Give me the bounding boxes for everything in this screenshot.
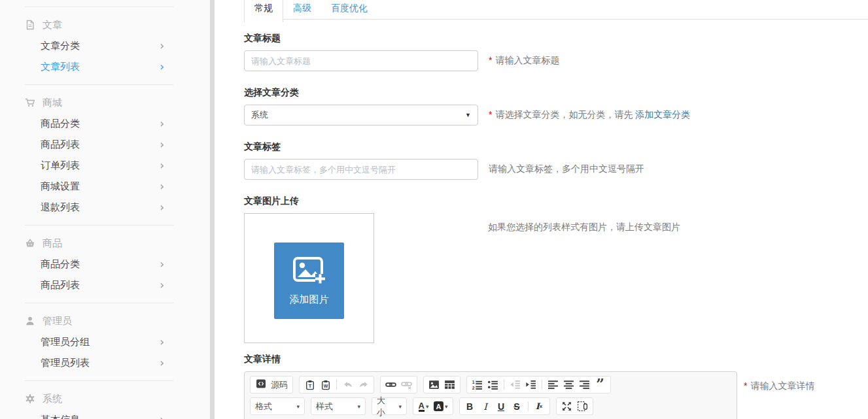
sidebar-group-header-article[interactable]: 文章 xyxy=(0,14,210,35)
sidebar-group-mall: 商城 商品分类 › 商品列表 › 订单列表 › 商城设置 › 退款列表 › xyxy=(0,92,210,218)
article-tags-input[interactable] xyxy=(244,159,478,180)
source-code-button[interactable] xyxy=(255,379,266,391)
chevron-right-icon: › xyxy=(160,337,164,348)
unlink-button[interactable] xyxy=(401,379,412,391)
align-center-button[interactable] xyxy=(563,379,574,391)
underline-button[interactable]: U xyxy=(496,401,507,412)
paste-as-text-button[interactable]: T xyxy=(304,379,315,391)
tab-baidu-seo[interactable]: 百度优化 xyxy=(321,0,377,20)
add-image-label: 添加图片 xyxy=(290,293,329,306)
outdent-button[interactable] xyxy=(510,379,521,391)
select-caret-icon: ▼ xyxy=(465,112,471,118)
sidebar-item-goods-list[interactable]: 商品列表 › xyxy=(0,275,210,295)
chevron-right-icon: › xyxy=(160,280,164,291)
cart-icon xyxy=(25,97,35,108)
insert-table-button[interactable] xyxy=(444,379,455,391)
dropdown-caret-icon: ▾ xyxy=(398,403,402,410)
add-image-button[interactable]: 添加图片 xyxy=(274,243,344,319)
remove-format-button[interactable]: Ix xyxy=(534,401,545,412)
field-label: 选择文章分类 xyxy=(244,87,868,99)
field-article-detail: 文章详情 源码 T W xyxy=(244,354,868,419)
show-blocks-button[interactable] xyxy=(577,401,588,412)
article-title-input[interactable] xyxy=(244,50,478,71)
sidebar-item-article-list[interactable]: 文章列表 › xyxy=(0,56,210,77)
paste-from-word-button[interactable]: W xyxy=(320,379,331,391)
sidebar-item-basic-info[interactable]: 基本信息 › xyxy=(0,409,210,419)
editor-toolbar-row-2: 格式 ▾ 样式 ▾ 大小 ▾ xyxy=(245,394,737,415)
dropdown-caret-icon: ▾ xyxy=(357,403,360,410)
chevron-right-icon: › xyxy=(160,358,164,369)
ordered-list-button[interactable]: 12 xyxy=(472,379,483,391)
sidebar-group-header-goods[interactable]: 商品 xyxy=(0,233,210,254)
sidebar-group-header-system[interactable]: 系统 xyxy=(0,388,210,409)
indent-button[interactable] xyxy=(525,379,536,391)
basket-icon xyxy=(25,238,35,248)
rich-text-editor: 源码 T W xyxy=(244,371,737,419)
field-label: 文章标题 xyxy=(244,33,868,44)
redo-button[interactable] xyxy=(358,379,369,391)
field-label: 文章标签 xyxy=(244,141,868,153)
sidebar-item-order-list[interactable]: 订单列表 › xyxy=(0,155,210,176)
sidebar-group-label: 系统 xyxy=(43,393,62,405)
sidebar-divider xyxy=(25,225,173,226)
sidebar-item-article-categories[interactable]: 文章分类 › xyxy=(0,35,210,56)
undo-button[interactable] xyxy=(342,379,353,391)
sidebar-group-label: 文章 xyxy=(43,19,62,31)
add-image-icon xyxy=(292,256,326,288)
chevron-right-icon: › xyxy=(160,181,164,192)
sidebar-item-admin-groups[interactable]: 管理员分组 › xyxy=(0,331,210,352)
blockquote-button[interactable]: ” xyxy=(595,379,606,391)
sidebar-group-header-mall[interactable]: 商城 xyxy=(0,92,210,113)
insert-image-button[interactable] xyxy=(428,379,440,391)
sidebar-group-label: 商品 xyxy=(43,237,62,250)
link-button[interactable] xyxy=(385,379,396,391)
field-hint: *请选择文章分类，如无分类，请先 添加文章分类 xyxy=(489,109,690,121)
bold-button[interactable]: B xyxy=(464,401,476,412)
sidebar-divider xyxy=(25,7,173,7)
sidebar-group-goods: 商品 商品分类 › 商品列表 › xyxy=(0,233,210,295)
sidebar-item-product-categories[interactable]: 商品分类 › xyxy=(0,113,210,134)
format-dropdown[interactable]: 格式 ▾ xyxy=(250,397,305,415)
chevron-right-icon: › xyxy=(160,61,164,73)
text-color-button[interactable]: A▾ xyxy=(418,401,429,412)
article-category-select[interactable]: 系统 ▼ xyxy=(244,105,478,126)
tab-general[interactable]: 常规 xyxy=(244,0,283,22)
align-right-button[interactable] xyxy=(579,379,590,391)
strikethrough-button[interactable]: S xyxy=(512,401,523,412)
app-window: 文章 文章分类 › 文章列表 › 商城 商品分类 › xyxy=(0,0,868,419)
styles-dropdown[interactable]: 样式 ▾ xyxy=(311,397,366,415)
background-color-button[interactable]: A▾ xyxy=(434,401,448,412)
chevron-right-icon: › xyxy=(160,202,164,213)
italic-button[interactable]: I xyxy=(480,401,491,412)
field-hint: *请输入文章标题 xyxy=(489,55,559,67)
text-color-icon: A xyxy=(419,401,425,412)
field-article-tags: 文章标签 请输入文章标签，多个用中文逗号隔开 xyxy=(244,141,868,180)
chevron-right-icon: › xyxy=(160,259,164,270)
font-size-dropdown[interactable]: 大小 ▾ xyxy=(372,397,407,415)
sidebar-scrollbar[interactable] xyxy=(210,0,215,419)
tab-advanced[interactable]: 高级 xyxy=(283,0,321,20)
source-code-label[interactable]: 源码 xyxy=(271,379,288,391)
sidebar-group-header-admin[interactable]: 管理员 xyxy=(0,310,210,331)
sidebar-item-admin-list[interactable]: 管理员列表 › xyxy=(0,352,210,373)
required-asterisk: * xyxy=(489,55,492,65)
align-left-button[interactable] xyxy=(547,379,559,391)
sidebar-group-article: 文章 文章分类 › 文章列表 › xyxy=(0,14,210,77)
sidebar-item-refund-list[interactable]: 退款列表 › xyxy=(0,197,210,218)
field-label: 文章图片上传 xyxy=(244,195,868,207)
field-hint: *请输入文章详情 xyxy=(744,371,814,392)
required-asterisk: * xyxy=(489,109,492,120)
field-article-image: 文章图片上传 添加图片 如果您选择的列表样式有图片，请上传文章图片 xyxy=(244,195,868,343)
sidebar-item-goods-categories[interactable]: 商品分类 › xyxy=(0,254,210,275)
editor-toolbar-row-1: 源码 T W xyxy=(245,372,737,394)
sidebar-divider xyxy=(25,380,173,381)
unordered-list-button[interactable] xyxy=(487,379,498,391)
sidebar-item-mall-settings[interactable]: 商城设置 › xyxy=(0,176,210,197)
sidebar-item-product-list[interactable]: 商品列表 › xyxy=(0,134,210,155)
add-category-link[interactable]: 添加文章分类 xyxy=(635,109,690,120)
svg-text:T: T xyxy=(308,383,311,389)
sidebar-group-system: 系统 基本信息 › xyxy=(0,388,210,419)
selected-category-value: 系统 xyxy=(251,109,268,121)
svg-text:1: 1 xyxy=(472,380,475,384)
maximize-button[interactable] xyxy=(561,401,572,412)
